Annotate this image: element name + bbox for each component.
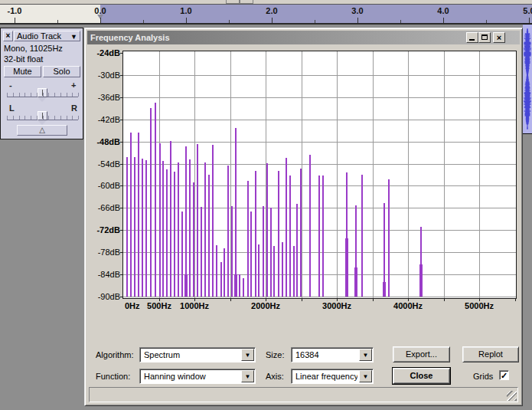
spectrum-bar: [309, 155, 311, 297]
slider-tick: [54, 93, 55, 97]
slider-tick: [48, 93, 49, 97]
y-axis-tick: [120, 252, 123, 253]
maximize-button[interactable]: [478, 32, 491, 43]
y-axis-label: -48dB: [88, 137, 120, 146]
x-axis-label: 3000Hz: [322, 301, 351, 310]
y-axis-tick: [120, 230, 123, 231]
spectrum-bar: [296, 204, 298, 297]
size-label: Size:: [266, 350, 284, 359]
x-axis-tick: [302, 298, 302, 301]
spectrum-bar: [318, 175, 320, 297]
spectrum-bar: [322, 175, 324, 297]
y-axis-tick: [120, 53, 123, 54]
slider-tick: [19, 116, 20, 120]
x-axis-tick: [373, 298, 374, 301]
dialog-statusbar: [89, 387, 518, 402]
slider-tick: [13, 116, 14, 120]
chevron-down-icon[interactable]: ▼: [241, 349, 254, 361]
algorithm-select[interactable]: Spectrum ▼: [139, 347, 256, 362]
spectrum-bar: [189, 159, 191, 297]
ruler-tick: [357, 18, 358, 23]
close-window-button[interactable]: ×: [493, 32, 505, 43]
size-select[interactable]: 16384 ▼: [291, 347, 374, 362]
dialog-title: Frequency Analysis: [90, 33, 170, 42]
gain-slider-thumb-tip[interactable]: [38, 97, 47, 102]
dialog-titlebar[interactable]: Frequency Analysis ×: [87, 31, 520, 44]
toolbar-button-fragment[interactable]: [226, 0, 240, 4]
y-axis-label: -54dB: [88, 159, 120, 169]
y-axis-label: -66dB: [88, 203, 120, 212]
solo-button[interactable]: Solo: [43, 66, 80, 77]
spectrum-bar: [174, 172, 175, 297]
waveform-strip[interactable]: [523, 24, 532, 134]
slider-tick: [24, 116, 25, 120]
spectrum-bar: [220, 262, 222, 297]
spectrum-bar: [286, 158, 287, 297]
maximize-icon: [481, 34, 488, 40]
spectrum-bar: [204, 162, 206, 297]
track-menu-button[interactable]: Audio Track ▼: [14, 31, 80, 41]
toolbar-button-fragment[interactable]: [240, 0, 253, 4]
export-button[interactable]: Export...: [393, 346, 450, 362]
spectrum-bar: [126, 157, 128, 297]
chevron-down-icon[interactable]: ▼: [241, 370, 254, 382]
close-button[interactable]: Close: [393, 368, 450, 384]
function-label: Function:: [96, 372, 130, 381]
grid-line-h: [123, 297, 516, 297]
spectrum-plot[interactable]: [122, 51, 517, 299]
slider-tick: [54, 116, 55, 120]
ruler-tick: [15, 18, 15, 23]
axis-label: Axis:: [266, 372, 284, 381]
resize-grip[interactable]: [507, 391, 517, 401]
spectrum-bar-base: [354, 267, 357, 297]
ruler-time-label: 5.0: [523, 6, 532, 15]
replot-button[interactable]: Replot: [462, 346, 519, 362]
track-control-panel: × Audio Track ▼ Mono, 11025Hz 32-bit flo…: [0, 28, 83, 139]
axis-select[interactable]: Linear frequency ▼: [291, 369, 374, 384]
y-axis-tick: [120, 274, 123, 275]
x-axis-tick: [230, 298, 231, 301]
minimize-button[interactable]: [466, 32, 478, 43]
spectrum-bar: [130, 133, 132, 297]
grid-line-v: [373, 51, 374, 298]
grid-line-v: [408, 51, 409, 298]
function-select[interactable]: Hanning window ▼: [139, 369, 256, 384]
slider-tick: [13, 93, 14, 97]
spectrum-bar: [181, 212, 183, 297]
spectrum-bar: [178, 162, 179, 297]
slider-tick: [78, 93, 79, 97]
y-axis-label: -60dB: [88, 181, 120, 190]
ruler-selection-region[interactable]: [100, 5, 532, 23]
mute-button[interactable]: Mute: [4, 66, 41, 77]
spectrum-bar: [278, 171, 279, 297]
y-axis-label: -90dB: [88, 292, 120, 301]
slider-tick: [37, 116, 38, 120]
ruler-time-label: -1.0: [8, 6, 22, 15]
spectrum-bar-base: [234, 274, 237, 297]
function-value: Hanning window: [144, 372, 240, 381]
spectrum-bar: [270, 208, 272, 297]
grid-line-h: [123, 142, 516, 143]
track-close-button[interactable]: ×: [3, 31, 13, 41]
grids-checkbox[interactable]: ✓: [499, 370, 509, 380]
pan-right-label: R: [71, 103, 77, 113]
slider-tick: [43, 93, 44, 97]
grid-line-h: [123, 97, 516, 98]
x-axis-tick: [266, 298, 266, 301]
y-axis-label: -36dB: [88, 93, 120, 102]
chevron-down-icon[interactable]: ▼: [359, 370, 372, 382]
algorithm-label: Algorithm:: [96, 350, 134, 359]
ruler-tick: [229, 20, 230, 23]
spectrum-bar: [300, 169, 302, 297]
track-collapse-button[interactable]: △: [17, 125, 67, 136]
chevron-down-icon[interactable]: ▼: [359, 349, 372, 361]
slider-tick: [31, 93, 31, 97]
grid-line-v: [194, 51, 195, 298]
algorithm-value: Spectrum: [144, 350, 240, 359]
timeline-ruler[interactable]: -1.00.01.02.03.04.05.0: [0, 5, 532, 25]
grid-line-h: [123, 120, 516, 120]
ruler-tick: [186, 18, 187, 23]
slider-tick: [7, 116, 8, 120]
spectrum-bar: [170, 141, 171, 297]
slider-tick: [48, 116, 49, 120]
